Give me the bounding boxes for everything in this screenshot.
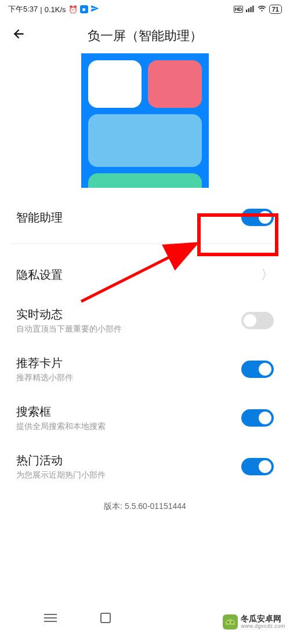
label-privacy: 隐私设置 [16,267,63,283]
preview-illustration [81,53,209,188]
label-cards: 推荐卡片 [16,355,73,371]
status-time: 下午5:37 [8,4,38,14]
row-live: 实时动态 自动置顶当下最重要的小部件 [16,296,274,345]
app-indicator-icon [80,5,88,13]
svg-rect-3 [252,5,253,12]
toggle-smart-assistant[interactable] [241,209,274,226]
watermark-title: 冬瓜安卓网 [241,614,285,623]
watermark-logo-icon [223,614,238,630]
chevron-right-icon: 〉 [261,266,274,283]
title-bar: 负一屏（智能助理） [0,19,290,53]
toggle-cards[interactable] [241,361,274,378]
label-hot: 热门活动 [16,453,106,468]
nav-recent-button[interactable] [44,614,57,622]
toggle-search[interactable] [241,409,274,427]
status-net-speed: 0.1K/s [45,5,66,14]
sub-hot: 为您展示近期热门小部件 [16,470,106,481]
system-nav-bar [0,613,209,623]
alarm-icon: ⏰ [68,5,78,14]
label-search: 搜索框 [16,404,106,420]
toggle-live[interactable] [241,312,274,329]
battery-indicator: 71 [269,5,282,14]
version-text: 版本: 5.5.60-01151444 [16,501,274,512]
svg-rect-0 [246,9,247,12]
status-bar: 下午5:37 | 0.1K/s ⏰ HD 71 [0,0,290,19]
row-privacy[interactable]: 隐私设置 〉 [16,244,274,296]
svg-rect-2 [250,7,251,12]
back-button[interactable] [12,27,27,46]
sub-search: 提供全局搜索和本地搜索 [16,421,106,432]
sub-live: 自动置顶当下最重要的小部件 [16,324,122,334]
label-smart-assistant: 智能助理 [16,210,63,225]
row-hot: 热门活动 为您展示近期热门小部件 [16,442,274,491]
hd-icon: HD [234,6,243,13]
watermark-url: www.dgxcdz.com [241,624,285,630]
location-icon [90,4,99,14]
row-smart-assistant: 智能助理 [16,188,274,243]
row-search: 搜索框 提供全局搜索和本地搜索 [16,394,274,442]
label-live: 实时动态 [16,307,122,322]
toggle-hot[interactable] [241,458,274,475]
signal-icon [246,5,255,14]
watermark: 冬瓜安卓网 www.dgxcdz.com [218,612,290,632]
svg-rect-1 [248,8,249,12]
page-title: 负一屏（智能助理） [88,27,202,45]
row-cards: 推荐卡片 推荐精选小部件 [16,345,274,394]
sub-cards: 推荐精选小部件 [16,373,73,383]
wifi-icon [258,5,266,14]
nav-home-button[interactable] [100,613,111,623]
